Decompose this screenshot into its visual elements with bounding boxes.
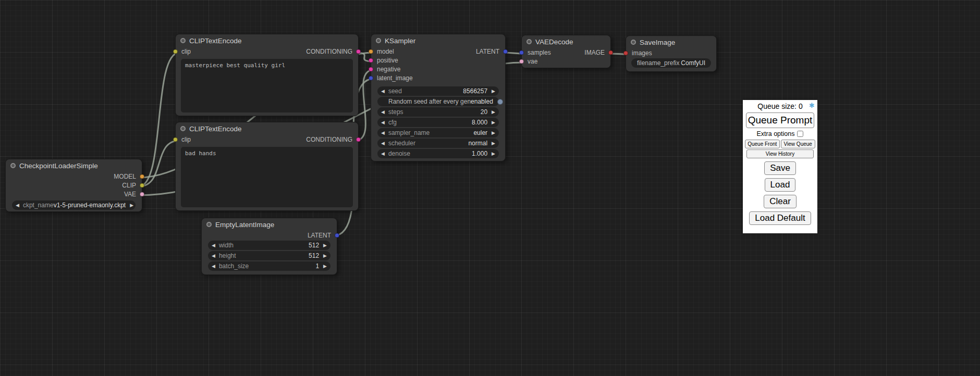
output-slot-model[interactable]	[140, 174, 144, 179]
node-collapse-dot[interactable]	[180, 126, 186, 131]
node-clip-positive-header[interactable]: CLIPTextEncode	[176, 34, 358, 47]
input-slot-model[interactable]	[369, 49, 373, 54]
output-slot-clip[interactable]	[140, 183, 144, 187]
output-slot-conditioning[interactable]	[356, 49, 361, 54]
widget-ckpt-name[interactable]: ◀ ckpt_name v1-5-pruned-emaonly.ckpt ▶	[12, 200, 136, 210]
input-slot-latent-image[interactable]	[369, 76, 373, 80]
io-row: clip CONDITIONING	[176, 47, 358, 56]
widget-cfg[interactable]: ◀ cfg 8.000 ▶	[377, 118, 499, 127]
node-collapse-dot[interactable]	[631, 40, 636, 45]
input-slot-images[interactable]	[623, 51, 628, 55]
load-default-button[interactable]: Load Default	[749, 211, 811, 225]
extra-options-label: Extra options	[757, 130, 795, 137]
input-label-model: model	[377, 48, 394, 55]
node-clip-negative-header[interactable]: CLIPTextEncode	[176, 122, 358, 135]
increment-icon[interactable]: ▶	[323, 241, 327, 250]
input-slot-clip[interactable]	[173, 137, 178, 142]
node-ksampler-header[interactable]: KSampler	[371, 34, 505, 47]
node-checkpoint-loader-header[interactable]: CheckpointLoaderSimple	[6, 159, 142, 172]
widget-seed[interactable]: ◀ seed 8566257 ▶	[377, 86, 499, 96]
queue-front-button[interactable]: Queue Front	[745, 140, 780, 148]
positive-prompt-textarea[interactable]: masterpiece best quality girl	[181, 59, 353, 112]
node-collapse-dot[interactable]	[10, 163, 16, 168]
widget-label: scheduler	[388, 140, 415, 147]
clear-button[interactable]: Clear	[764, 195, 797, 208]
output-row-model: MODEL	[6, 172, 142, 181]
widget-label: sampler_name	[388, 129, 430, 136]
load-button[interactable]: Load	[765, 178, 796, 192]
node-ksampler[interactable]: KSampler model LATENT positive negative …	[371, 34, 506, 161]
increment-icon[interactable]: ▶	[323, 261, 327, 271]
increment-icon[interactable]: ▶	[492, 149, 495, 158]
menu-drag-header[interactable]: Queue size: 0 ✱	[744, 101, 816, 112]
view-history-button[interactable]: View History	[746, 149, 814, 158]
widget-denoise[interactable]: ◀ denoise 1.000 ▶	[377, 149, 499, 158]
node-collapse-dot[interactable]	[376, 38, 381, 43]
input-slot-vae[interactable]	[519, 59, 524, 64]
prev-value-icon[interactable]: ◀	[16, 200, 19, 210]
widget-batch-size[interactable]: ◀ batch_size 1 ▶	[208, 261, 330, 271]
input-slot-positive[interactable]	[369, 58, 373, 62]
node-collapse-dot[interactable]	[526, 39, 532, 44]
next-value-icon[interactable]: ▶	[492, 139, 495, 148]
decrement-icon[interactable]: ◀	[381, 149, 385, 158]
output-slot-conditioning[interactable]	[356, 137, 361, 142]
increment-icon[interactable]: ▶	[323, 251, 327, 260]
input-slot-clip[interactable]	[173, 49, 178, 54]
output-slot-latent[interactable]	[335, 233, 339, 237]
node-vae-decode-header[interactable]: VAEDecode	[522, 35, 610, 48]
node-collapse-dot[interactable]	[180, 38, 186, 43]
view-queue-button[interactable]: View Queue	[781, 140, 816, 148]
widget-height[interactable]: ◀ height 512 ▶	[208, 251, 330, 260]
widget-label: width	[219, 242, 234, 249]
extra-options-checkbox[interactable]	[797, 131, 803, 137]
input-label-clip: clip	[181, 48, 191, 55]
increment-icon[interactable]: ▶	[492, 118, 495, 127]
decrement-icon[interactable]: ◀	[212, 251, 215, 260]
output-slot-vae[interactable]	[140, 192, 144, 196]
next-value-icon[interactable]: ▶	[130, 200, 133, 210]
widget-label: steps	[388, 108, 403, 116]
widget-width[interactable]: ◀ width 512 ▶	[208, 241, 330, 250]
node-graph-canvas[interactable]: CheckpointLoaderSimple MODEL CLIP VAE ◀ …	[0, 0, 980, 376]
node-save-image[interactable]: SaveImage images filename_prefix ComfyUI	[626, 35, 717, 72]
node-empty-latent-header[interactable]: EmptyLatentImage	[202, 218, 337, 231]
output-slot-latent[interactable]	[503, 49, 508, 54]
node-vae-decode[interactable]: VAEDecode samples IMAGE vae	[521, 35, 611, 68]
increment-icon[interactable]: ▶	[492, 107, 495, 117]
save-button[interactable]: Save	[764, 161, 796, 175]
input-slot-samples[interactable]	[519, 50, 524, 55]
decrement-icon[interactable]: ◀	[381, 86, 385, 96]
node-title: CheckpointLoaderSimple	[19, 162, 98, 170]
widget-label: filename_prefix	[637, 59, 679, 67]
input-label-negative: negative	[377, 66, 400, 73]
increment-icon[interactable]: ▶	[492, 86, 495, 96]
widget-steps[interactable]: ◀ steps 20 ▶	[377, 107, 499, 117]
settings-icon[interactable]: ✱	[809, 102, 815, 109]
node-clip-text-encode-negative[interactable]: CLIPTextEncode clip CONDITIONING bad han…	[175, 122, 359, 211]
widget-scheduler[interactable]: ◀ scheduler normal ▶	[377, 139, 499, 148]
widget-filename-prefix[interactable]: filename_prefix ComfyUI	[631, 58, 711, 68]
node-clip-text-encode-positive[interactable]: CLIPTextEncode clip CONDITIONING masterp…	[175, 34, 359, 116]
widget-value: v1-5-pruned-emaonly.ckpt	[54, 202, 126, 209]
widget-label: batch_size	[219, 262, 249, 270]
node-checkpoint-loader[interactable]: CheckpointLoaderSimple MODEL CLIP VAE ◀ …	[5, 159, 142, 212]
decrement-icon[interactable]: ◀	[381, 118, 385, 127]
node-empty-latent-image[interactable]: EmptyLatentImage LATENT ◀ width 512 ▶ ◀ …	[201, 218, 337, 275]
negative-prompt-textarea[interactable]: bad hands	[181, 147, 353, 207]
prev-value-icon[interactable]: ◀	[381, 139, 385, 148]
input-slot-negative[interactable]	[369, 67, 373, 71]
node-save-image-header[interactable]: SaveImage	[626, 36, 716, 48]
widget-random-seed-toggle[interactable]: Random seed after every gen enabled	[377, 97, 499, 106]
node-collapse-dot[interactable]	[206, 222, 212, 227]
decrement-icon[interactable]: ◀	[212, 241, 215, 250]
output-slot-image[interactable]	[608, 50, 613, 55]
queue-prompt-button[interactable]: Queue Prompt	[746, 112, 814, 128]
toggle-on-icon[interactable]	[497, 99, 503, 105]
prev-value-icon[interactable]: ◀	[381, 128, 385, 137]
next-value-icon[interactable]: ▶	[492, 128, 495, 137]
decrement-icon[interactable]: ◀	[381, 107, 385, 117]
input-label-clip: clip	[181, 136, 191, 143]
widget-sampler-name[interactable]: ◀ sampler_name euler ▶	[377, 128, 499, 137]
decrement-icon[interactable]: ◀	[212, 261, 215, 271]
